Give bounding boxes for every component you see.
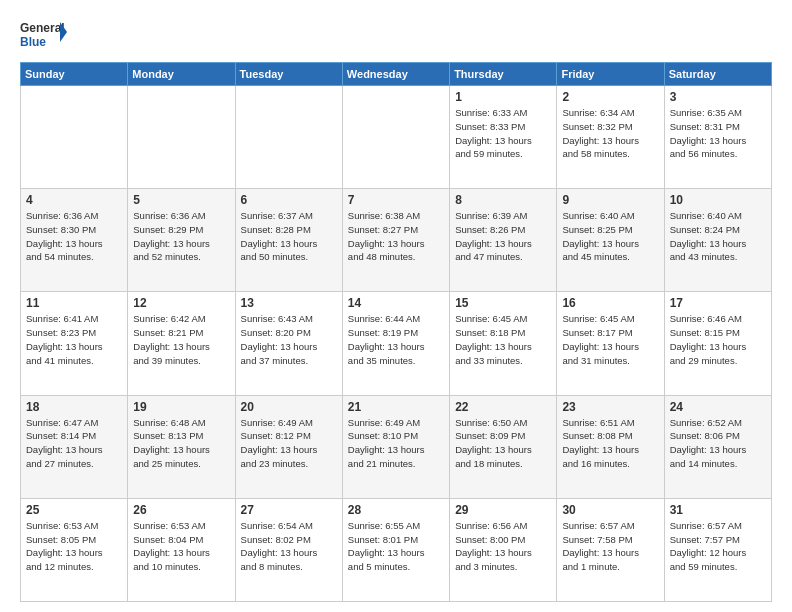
cell-week5-day5: 30Sunrise: 6:57 AM Sunset: 7:58 PM Dayli… (557, 498, 664, 601)
day-number: 2 (562, 90, 658, 104)
cell-week4-day4: 22Sunrise: 6:50 AM Sunset: 8:09 PM Dayli… (450, 395, 557, 498)
logo-svg: General Blue (20, 16, 68, 54)
day-info: Sunrise: 6:45 AM Sunset: 8:18 PM Dayligh… (455, 312, 551, 367)
cell-week4-day1: 19Sunrise: 6:48 AM Sunset: 8:13 PM Dayli… (128, 395, 235, 498)
day-info: Sunrise: 6:40 AM Sunset: 8:25 PM Dayligh… (562, 209, 658, 264)
day-number: 7 (348, 193, 444, 207)
day-info: Sunrise: 6:50 AM Sunset: 8:09 PM Dayligh… (455, 416, 551, 471)
cell-week2-day1: 5Sunrise: 6:36 AM Sunset: 8:29 PM Daylig… (128, 189, 235, 292)
week-row-2: 4Sunrise: 6:36 AM Sunset: 8:30 PM Daylig… (21, 189, 772, 292)
day-number: 15 (455, 296, 551, 310)
cell-week3-day6: 17Sunrise: 6:46 AM Sunset: 8:15 PM Dayli… (664, 292, 771, 395)
day-info: Sunrise: 6:56 AM Sunset: 8:00 PM Dayligh… (455, 519, 551, 574)
header: General Blue (20, 16, 772, 54)
cell-week2-day5: 9Sunrise: 6:40 AM Sunset: 8:25 PM Daylig… (557, 189, 664, 292)
header-monday: Monday (128, 63, 235, 86)
page: General Blue SundayMondayTuesdayWednesda… (0, 0, 792, 612)
week-row-1: 1Sunrise: 6:33 AM Sunset: 8:33 PM Daylig… (21, 86, 772, 189)
day-info: Sunrise: 6:39 AM Sunset: 8:26 PM Dayligh… (455, 209, 551, 264)
cell-week3-day4: 15Sunrise: 6:45 AM Sunset: 8:18 PM Dayli… (450, 292, 557, 395)
day-info: Sunrise: 6:49 AM Sunset: 8:12 PM Dayligh… (241, 416, 337, 471)
day-number: 13 (241, 296, 337, 310)
day-info: Sunrise: 6:48 AM Sunset: 8:13 PM Dayligh… (133, 416, 229, 471)
day-info: Sunrise: 6:35 AM Sunset: 8:31 PM Dayligh… (670, 106, 766, 161)
cell-week3-day5: 16Sunrise: 6:45 AM Sunset: 8:17 PM Dayli… (557, 292, 664, 395)
day-number: 30 (562, 503, 658, 517)
cell-week1-day6: 3Sunrise: 6:35 AM Sunset: 8:31 PM Daylig… (664, 86, 771, 189)
day-info: Sunrise: 6:38 AM Sunset: 8:27 PM Dayligh… (348, 209, 444, 264)
cell-week5-day6: 31Sunrise: 6:57 AM Sunset: 7:57 PM Dayli… (664, 498, 771, 601)
header-friday: Friday (557, 63, 664, 86)
day-number: 12 (133, 296, 229, 310)
cell-week2-day4: 8Sunrise: 6:39 AM Sunset: 8:26 PM Daylig… (450, 189, 557, 292)
cell-week3-day1: 12Sunrise: 6:42 AM Sunset: 8:21 PM Dayli… (128, 292, 235, 395)
day-number: 26 (133, 503, 229, 517)
day-info: Sunrise: 6:53 AM Sunset: 8:05 PM Dayligh… (26, 519, 122, 574)
day-info: Sunrise: 6:41 AM Sunset: 8:23 PM Dayligh… (26, 312, 122, 367)
day-number: 23 (562, 400, 658, 414)
cell-week3-day2: 13Sunrise: 6:43 AM Sunset: 8:20 PM Dayli… (235, 292, 342, 395)
day-info: Sunrise: 6:55 AM Sunset: 8:01 PM Dayligh… (348, 519, 444, 574)
day-number: 11 (26, 296, 122, 310)
day-info: Sunrise: 6:36 AM Sunset: 8:29 PM Dayligh… (133, 209, 229, 264)
cell-week4-day3: 21Sunrise: 6:49 AM Sunset: 8:10 PM Dayli… (342, 395, 449, 498)
day-info: Sunrise: 6:57 AM Sunset: 7:57 PM Dayligh… (670, 519, 766, 574)
cell-week5-day2: 27Sunrise: 6:54 AM Sunset: 8:02 PM Dayli… (235, 498, 342, 601)
cell-week1-day5: 2Sunrise: 6:34 AM Sunset: 8:32 PM Daylig… (557, 86, 664, 189)
week-row-4: 18Sunrise: 6:47 AM Sunset: 8:14 PM Dayli… (21, 395, 772, 498)
day-number: 1 (455, 90, 551, 104)
cell-week2-day3: 7Sunrise: 6:38 AM Sunset: 8:27 PM Daylig… (342, 189, 449, 292)
day-info: Sunrise: 6:42 AM Sunset: 8:21 PM Dayligh… (133, 312, 229, 367)
day-info: Sunrise: 6:40 AM Sunset: 8:24 PM Dayligh… (670, 209, 766, 264)
svg-text:General: General (20, 21, 65, 35)
header-tuesday: Tuesday (235, 63, 342, 86)
cell-week5-day3: 28Sunrise: 6:55 AM Sunset: 8:01 PM Dayli… (342, 498, 449, 601)
day-number: 17 (670, 296, 766, 310)
cell-week5-day0: 25Sunrise: 6:53 AM Sunset: 8:05 PM Dayli… (21, 498, 128, 601)
cell-week1-day3 (342, 86, 449, 189)
day-info: Sunrise: 6:44 AM Sunset: 8:19 PM Dayligh… (348, 312, 444, 367)
cell-week4-day6: 24Sunrise: 6:52 AM Sunset: 8:06 PM Dayli… (664, 395, 771, 498)
calendar-header-row: SundayMondayTuesdayWednesdayThursdayFrid… (21, 63, 772, 86)
day-info: Sunrise: 6:33 AM Sunset: 8:33 PM Dayligh… (455, 106, 551, 161)
header-sunday: Sunday (21, 63, 128, 86)
day-number: 22 (455, 400, 551, 414)
day-number: 10 (670, 193, 766, 207)
calendar-table: SundayMondayTuesdayWednesdayThursdayFrid… (20, 62, 772, 602)
cell-week1-day2 (235, 86, 342, 189)
cell-week5-day4: 29Sunrise: 6:56 AM Sunset: 8:00 PM Dayli… (450, 498, 557, 601)
svg-text:Blue: Blue (20, 35, 46, 49)
day-number: 5 (133, 193, 229, 207)
day-number: 9 (562, 193, 658, 207)
day-info: Sunrise: 6:47 AM Sunset: 8:14 PM Dayligh… (26, 416, 122, 471)
cell-week4-day0: 18Sunrise: 6:47 AM Sunset: 8:14 PM Dayli… (21, 395, 128, 498)
day-info: Sunrise: 6:53 AM Sunset: 8:04 PM Dayligh… (133, 519, 229, 574)
day-info: Sunrise: 6:36 AM Sunset: 8:30 PM Dayligh… (26, 209, 122, 264)
week-row-3: 11Sunrise: 6:41 AM Sunset: 8:23 PM Dayli… (21, 292, 772, 395)
header-thursday: Thursday (450, 63, 557, 86)
cell-week1-day1 (128, 86, 235, 189)
day-info: Sunrise: 6:57 AM Sunset: 7:58 PM Dayligh… (562, 519, 658, 574)
cell-week2-day2: 6Sunrise: 6:37 AM Sunset: 8:28 PM Daylig… (235, 189, 342, 292)
header-saturday: Saturday (664, 63, 771, 86)
week-row-5: 25Sunrise: 6:53 AM Sunset: 8:05 PM Dayli… (21, 498, 772, 601)
day-number: 20 (241, 400, 337, 414)
cell-week3-day0: 11Sunrise: 6:41 AM Sunset: 8:23 PM Dayli… (21, 292, 128, 395)
day-number: 6 (241, 193, 337, 207)
day-number: 16 (562, 296, 658, 310)
day-info: Sunrise: 6:54 AM Sunset: 8:02 PM Dayligh… (241, 519, 337, 574)
day-number: 14 (348, 296, 444, 310)
day-number: 18 (26, 400, 122, 414)
day-number: 8 (455, 193, 551, 207)
cell-week4-day2: 20Sunrise: 6:49 AM Sunset: 8:12 PM Dayli… (235, 395, 342, 498)
cell-week2-day0: 4Sunrise: 6:36 AM Sunset: 8:30 PM Daylig… (21, 189, 128, 292)
day-number: 31 (670, 503, 766, 517)
cell-week2-day6: 10Sunrise: 6:40 AM Sunset: 8:24 PM Dayli… (664, 189, 771, 292)
day-number: 3 (670, 90, 766, 104)
header-wednesday: Wednesday (342, 63, 449, 86)
day-number: 24 (670, 400, 766, 414)
cell-week1-day4: 1Sunrise: 6:33 AM Sunset: 8:33 PM Daylig… (450, 86, 557, 189)
day-info: Sunrise: 6:45 AM Sunset: 8:17 PM Dayligh… (562, 312, 658, 367)
day-number: 4 (26, 193, 122, 207)
cell-week3-day3: 14Sunrise: 6:44 AM Sunset: 8:19 PM Dayli… (342, 292, 449, 395)
